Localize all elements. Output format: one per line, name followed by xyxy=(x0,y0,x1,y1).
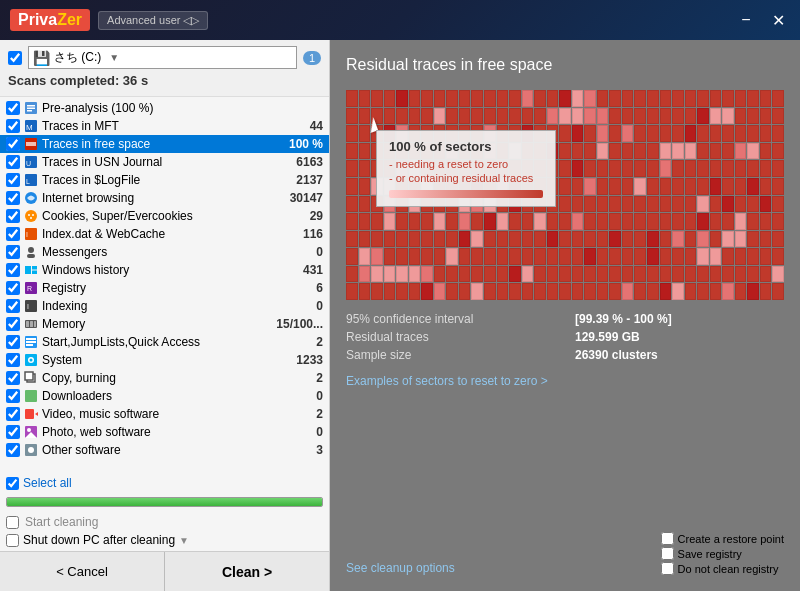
examples-link[interactable]: Examples of sectors to reset to zero > xyxy=(346,374,784,388)
scan-item-system[interactable]: System 1233 xyxy=(0,351,329,369)
scan-item-check-12[interactable] xyxy=(6,317,20,331)
scan-item-check-7[interactable] xyxy=(6,227,20,241)
heatmap-cell xyxy=(722,178,734,195)
see-cleanup-link[interactable]: See cleanup options xyxy=(346,561,455,575)
scan-item-label-13: Start,JumpLists,Quick Access xyxy=(42,335,312,349)
select-all-checkbox[interactable] xyxy=(6,477,19,490)
clean-button[interactable]: Clean > xyxy=(165,552,329,591)
scan-item-freespace[interactable]: Traces in free space 100 % xyxy=(0,135,329,153)
scan-item-check-3[interactable] xyxy=(6,155,20,169)
scan-item-winhistory[interactable]: Windows history 431 xyxy=(0,261,329,279)
heatmap-cell xyxy=(735,160,747,177)
scan-item-cookies[interactable]: Cookies, Super/Evercookies 29 xyxy=(0,207,329,225)
scan-item-indexing[interactable]: I Indexing 0 xyxy=(0,297,329,315)
heatmap-cell xyxy=(647,178,659,195)
heatmap-cell xyxy=(660,178,672,195)
titlebar: PrivaZer Advanced user ◁▷ − ✕ xyxy=(0,0,800,40)
scan-item-browsing[interactable]: Internet browsing 30147 xyxy=(0,189,329,207)
scan-item-check-9[interactable] xyxy=(6,263,20,277)
heatmap-cell xyxy=(409,266,421,283)
heatmap-cell xyxy=(484,213,496,230)
scan-item-count-1: 44 xyxy=(310,119,323,133)
heatmap-cell xyxy=(634,213,646,230)
start-cleaning-checkbox[interactable] xyxy=(6,516,19,529)
scan-item-check-13[interactable] xyxy=(6,335,20,349)
scan-item-jumplists[interactable]: Start,JumpLists,Quick Access 2 xyxy=(0,333,329,351)
heatmap-cell xyxy=(396,108,408,125)
heatmap-cell xyxy=(609,266,621,283)
heatmap-cell xyxy=(747,90,759,107)
scan-item-count-4: 2137 xyxy=(296,173,323,187)
scan-item-check-1[interactable] xyxy=(6,119,20,133)
scan-item-downloaders[interactable]: Downloaders 0 xyxy=(0,387,329,405)
scan-item-check-15[interactable] xyxy=(6,371,20,385)
scan-item-count-5: 30147 xyxy=(290,191,323,205)
scan-item-photo[interactable]: Photo, web software 0 xyxy=(0,423,329,441)
scan-item-mft[interactable]: M Traces in MFT 44 xyxy=(0,117,329,135)
scan-item-check-4[interactable] xyxy=(6,173,20,187)
heatmap-cell xyxy=(409,248,421,265)
scan-item-logfile[interactable]: L Traces in $LogFile 2137 xyxy=(0,171,329,189)
scan-item-label-10: Registry xyxy=(42,281,312,295)
heatmap-cell xyxy=(622,125,634,142)
heatmap-cell xyxy=(384,90,396,107)
scan-item-label-2: Traces in free space xyxy=(42,137,285,151)
scan-item-check-5[interactable] xyxy=(6,191,20,205)
cancel-button[interactable]: < Cancel xyxy=(0,552,165,591)
progress-fill xyxy=(7,498,322,506)
drive-checkbox[interactable] xyxy=(8,51,22,65)
scan-item-check-17[interactable] xyxy=(6,407,20,421)
heatmap-cell xyxy=(660,283,672,300)
scan-item-icon-0 xyxy=(24,101,38,115)
scan-item-registry[interactable]: R Registry 6 xyxy=(0,279,329,297)
heatmap-cell xyxy=(384,266,396,283)
scan-item-check-8[interactable] xyxy=(6,245,20,259)
scan-item-messengers[interactable]: Messengers 0 xyxy=(0,243,329,261)
scan-item-check-6[interactable] xyxy=(6,209,20,223)
heatmap-cell xyxy=(660,266,672,283)
heatmap-cell xyxy=(547,213,559,230)
heatmap-cell xyxy=(685,213,697,230)
scan-item-other[interactable]: Other software 3 xyxy=(0,441,329,459)
save-registry-checkbox[interactable] xyxy=(661,547,674,560)
start-cleaning-row: Start cleaning xyxy=(6,515,323,529)
scan-item-check-19[interactable] xyxy=(6,443,20,457)
heatmap-cell xyxy=(346,283,358,300)
heatmap-cell xyxy=(509,283,521,300)
scan-item-check-0[interactable] xyxy=(6,101,20,115)
scan-item-check-2[interactable] xyxy=(6,137,20,151)
restore-checkbox[interactable] xyxy=(661,532,674,545)
scan-item-check-18[interactable] xyxy=(6,425,20,439)
heatmap-cell xyxy=(735,283,747,300)
scan-item-indexdat[interactable]: I Index.dat & WebCache 116 xyxy=(0,225,329,243)
stat-value-0: [99.39 % - 100 %] xyxy=(575,312,784,326)
heatmap-cell xyxy=(509,248,521,265)
scan-item-check-14[interactable] xyxy=(6,353,20,367)
select-all-link[interactable]: Select all xyxy=(23,476,72,490)
no-registry-checkbox[interactable] xyxy=(661,562,674,575)
scan-item-copy[interactable]: Copy, burning 2 xyxy=(0,369,329,387)
scan-item-label-16: Downloaders xyxy=(42,389,312,403)
scan-item-preanalysis[interactable]: Pre-analysis (100 %) xyxy=(0,99,329,117)
minimize-button[interactable]: − xyxy=(734,8,758,32)
scan-item-label-14: System xyxy=(42,353,292,367)
stat-label-0: 95% confidence interval xyxy=(346,312,555,326)
scan-item-check-11[interactable] xyxy=(6,299,20,313)
scan-item-usn[interactable]: U Traces in USN Journal 6163 xyxy=(0,153,329,171)
heatmap-cell xyxy=(396,90,408,107)
scan-item-memory[interactable]: Memory 15/100... xyxy=(0,315,329,333)
heatmap-cell xyxy=(584,125,596,142)
close-button[interactable]: ✕ xyxy=(766,8,790,32)
heatmap-cell xyxy=(622,178,634,195)
scan-item-check-16[interactable] xyxy=(6,389,20,403)
drive-dropdown[interactable]: 💾 さち (C:) ▼ xyxy=(28,46,297,69)
scan-item-check-10[interactable] xyxy=(6,281,20,295)
heatmap-cell xyxy=(572,90,584,107)
shutdown-checkbox[interactable] xyxy=(6,534,19,547)
svg-rect-20 xyxy=(27,254,35,258)
heatmap-cell xyxy=(421,283,433,300)
heatmap-cell xyxy=(609,213,621,230)
heatmap-cell xyxy=(597,90,609,107)
scan-item-video[interactable]: Video, music software 2 xyxy=(0,405,329,423)
progress-bar xyxy=(6,497,323,507)
